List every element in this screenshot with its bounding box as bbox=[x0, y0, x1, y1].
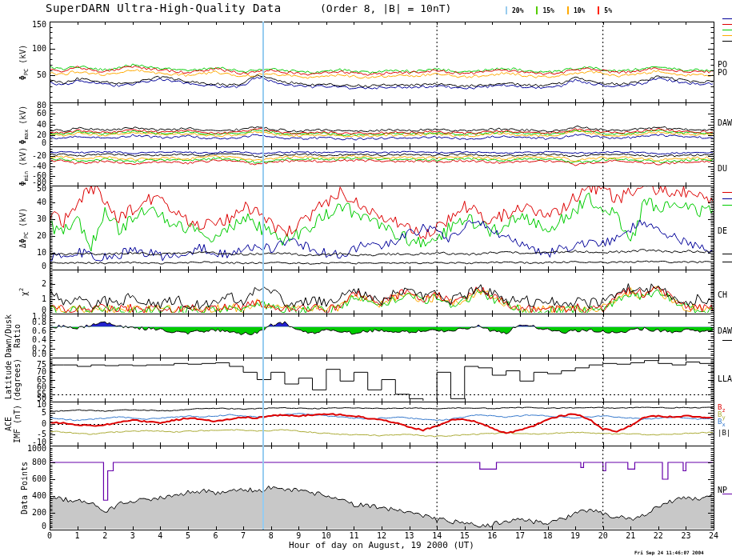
x-tick-label: 7 bbox=[235, 531, 251, 540]
legend-swatch bbox=[567, 6, 569, 14]
x-tick-label: 16 bbox=[484, 531, 500, 540]
x-tick-label: 19 bbox=[567, 531, 583, 540]
figure-subtitle: (Order 8, |B| = 10nT) bbox=[320, 2, 451, 14]
x-tick-label: 11 bbox=[346, 531, 362, 540]
y-axis-label-dawn-dusk-ratio: Dawn/DuskRatio bbox=[4, 314, 22, 357]
x-tick-label: 8 bbox=[263, 531, 279, 540]
y-axis-label-ace-imf: ACEIMF (nT) bbox=[4, 404, 22, 442]
x-tick-label: 21 bbox=[622, 531, 638, 540]
legend-item: 10% bbox=[567, 6, 585, 14]
legend-item: 15% bbox=[536, 6, 554, 14]
y-tick-label: 50 bbox=[11, 184, 46, 193]
legend-swatch bbox=[598, 6, 599, 14]
right-label-dawn-ratio: DAW bbox=[718, 326, 732, 335]
legend-item: 20% bbox=[506, 6, 523, 14]
x-tick-label: 15 bbox=[457, 531, 473, 540]
right-label-lla: LLA bbox=[718, 374, 732, 383]
y-tick-label: 200 bbox=[11, 508, 46, 517]
x-tick-label: 12 bbox=[374, 531, 390, 540]
x-tick-label: 10 bbox=[318, 531, 334, 540]
legend-label: 10% bbox=[574, 7, 585, 14]
right-label-np: NP bbox=[718, 486, 727, 494]
x-tick-label: 14 bbox=[429, 531, 445, 540]
x-tick-label: 2 bbox=[97, 531, 113, 540]
right-label-dawn: DAW bbox=[718, 118, 732, 127]
superdarn-figure: SuperDARN Ultra-High-Quality Data (Order… bbox=[0, 0, 732, 560]
x-tick-label: 0 bbox=[42, 531, 58, 540]
legend-item: 5% bbox=[598, 6, 612, 14]
y-tick-label: 400 bbox=[11, 491, 46, 500]
y-axis-label-data-points: Data Points bbox=[20, 461, 29, 514]
x-tick-label: 23 bbox=[678, 531, 694, 540]
x-tick-label: 17 bbox=[512, 531, 528, 540]
x-tick-label: 20 bbox=[595, 531, 611, 540]
x-tick-label: 18 bbox=[540, 531, 556, 540]
legend-swatch bbox=[536, 6, 538, 14]
x-tick-label: 9 bbox=[290, 531, 306, 540]
y-tick-label: 150 bbox=[11, 20, 46, 29]
x-tick-label: 13 bbox=[402, 531, 418, 540]
y-axis-label-phi-min: Φmin (kV) bbox=[18, 146, 30, 186]
x-tick-label: 4 bbox=[152, 531, 168, 540]
y-axis-label-phi-max: Φmax (kV) bbox=[18, 105, 30, 144]
right-label-ch: CH bbox=[718, 290, 727, 299]
y-tick-label: 10 bbox=[11, 248, 46, 257]
figure-title: SuperDARN Ultra-High-Quality Data bbox=[46, 2, 282, 14]
y-tick-label: 600 bbox=[11, 474, 46, 483]
y-tick-label: 0 bbox=[11, 262, 46, 270]
x-axis-title: Hour of day on August, 19 2000 (UT) bbox=[50, 540, 714, 550]
right-label-bmag: |B| bbox=[718, 429, 730, 438]
y-tick-label: 2 bbox=[11, 279, 46, 288]
y-tick-label: 0 bbox=[11, 522, 46, 530]
y-axis-label-delta-phi-pc: ΔΦPC (kV) bbox=[18, 207, 30, 248]
threshold-legend: 20%15%10%5% bbox=[506, 2, 625, 18]
x-tick-label: 22 bbox=[650, 531, 666, 540]
y-axis-label-chi-squared: χ2 bbox=[19, 287, 28, 295]
y-tick-label: 1000 bbox=[11, 444, 46, 453]
x-tick-label: 1 bbox=[70, 531, 86, 540]
x-tick-label: 6 bbox=[208, 531, 224, 540]
right-label-dusk: DU bbox=[718, 164, 727, 173]
y-tick-label: 40 bbox=[11, 198, 46, 206]
legend-label: 5% bbox=[604, 7, 612, 14]
legend-swatch bbox=[506, 6, 507, 14]
plot-canvas bbox=[0, 0, 732, 560]
right-label-po-2: PO bbox=[718, 68, 727, 77]
y-axis-label-pc-potential: ΦPC (kV) bbox=[18, 44, 30, 80]
timestamp: Fri Sep 24 11:46:07 2004 bbox=[634, 550, 704, 555]
x-tick-label: 5 bbox=[180, 531, 196, 540]
legend-label: 15% bbox=[542, 7, 554, 14]
right-label-de: DE bbox=[718, 226, 727, 235]
y-tick-label: 800 bbox=[11, 458, 46, 466]
right-label-bx: Bx bbox=[718, 418, 726, 428]
y-tick-label: 1 bbox=[11, 294, 46, 303]
x-tick-label: 24 bbox=[706, 531, 722, 540]
x-tick-label: 3 bbox=[125, 531, 141, 540]
y-axis-label-latitude: Latitude(degrees) bbox=[4, 358, 22, 401]
legend-label: 20% bbox=[512, 7, 523, 14]
